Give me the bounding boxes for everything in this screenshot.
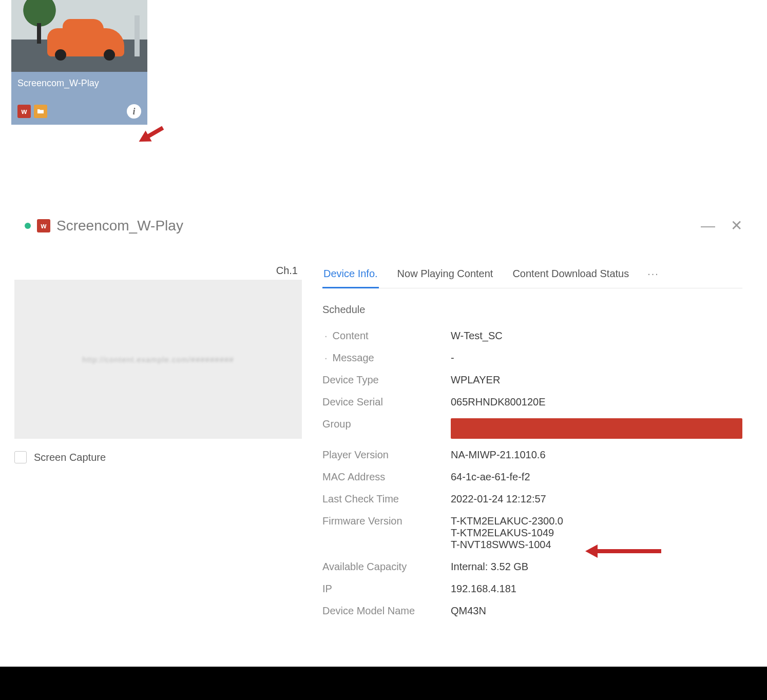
value-content: W-Test_SC	[451, 330, 742, 342]
value-capacity: Internal: 3.52 GB	[451, 561, 742, 573]
thumbnail-decoration	[135, 15, 140, 56]
channel-label: Ch.1	[14, 265, 302, 277]
redacted-block	[451, 418, 742, 439]
screen-capture-checkbox[interactable]	[14, 451, 27, 463]
screen-preview: http://content.example.com/#########	[14, 280, 302, 439]
label-device-type: Device Type	[322, 374, 451, 386]
value-message: -	[451, 352, 742, 364]
panel-title: Screencom_W-Play	[56, 218, 183, 234]
value-player-version: NA-MIWP-21.1010.6	[451, 449, 742, 461]
firmware-line-2: T-KTM2ELAKUS-1049	[451, 527, 742, 539]
label-model: Device Model Name	[322, 605, 451, 617]
label-content: Content	[322, 330, 451, 342]
thumbnail-decoration	[47, 28, 124, 56]
device-thumbnail-footer: w i	[11, 92, 147, 125]
label-capacity: Available Capacity	[322, 561, 451, 573]
value-device-type: WPLAYER	[451, 374, 742, 386]
annotation-arrow	[595, 549, 661, 553]
player-type-badge: w	[17, 105, 31, 118]
preview-placeholder: http://content.example.com/#########	[82, 355, 234, 364]
label-group: Group	[322, 418, 451, 430]
minimize-button[interactable]: —	[701, 219, 715, 233]
device-detail-panel: w Screencom_W-Play — ✕ Ch.1 http://conte…	[9, 205, 758, 667]
firmware-line-1: T-KTM2ELAKUC-2300.0	[451, 515, 742, 527]
value-device-serial: 065RHNDK800120E	[451, 396, 742, 408]
screen-capture-label: Screen Capture	[34, 452, 106, 463]
tab-device-info[interactable]: Device Info.	[322, 265, 379, 288]
label-message: Message	[322, 352, 451, 364]
label-device-serial: Device Serial	[322, 396, 451, 408]
label-player-version: Player Version	[322, 449, 451, 461]
close-button[interactable]: ✕	[731, 219, 742, 233]
panel-header: w Screencom_W-Play — ✕	[9, 205, 758, 244]
value-last-check: 2022-01-24 12:12:57	[451, 493, 742, 505]
tab-download-status[interactable]: Content Download Status	[511, 265, 630, 288]
tab-more[interactable]: ···	[647, 268, 659, 285]
value-ip: 192.168.4.181	[451, 583, 742, 595]
label-firmware: Firmware Version	[322, 515, 451, 527]
device-thumbnail-card[interactable]: Screencom_W-Play w i	[11, 0, 147, 125]
device-thumbnail-image	[11, 0, 147, 72]
annotation-arrow	[144, 126, 164, 140]
value-model: QM43N	[451, 605, 742, 617]
tab-now-playing[interactable]: Now Playing Content	[396, 265, 494, 288]
label-last-check: Last Check Time	[322, 493, 451, 505]
label-mac: MAC Address	[322, 471, 451, 483]
status-indicator	[25, 223, 31, 229]
folder-icon	[34, 105, 47, 118]
player-type-badge: w	[37, 219, 50, 232]
value-group	[451, 418, 742, 439]
value-mac: 64-1c-ae-61-fe-f2	[451, 471, 742, 483]
schedule-heading: Schedule	[322, 304, 742, 316]
info-icon[interactable]: i	[127, 104, 141, 119]
device-thumbnail-title: Screencom_W-Play	[11, 72, 147, 92]
label-ip: IP	[322, 583, 451, 595]
detail-tabs: Device Info. Now Playing Content Content…	[322, 265, 742, 288]
